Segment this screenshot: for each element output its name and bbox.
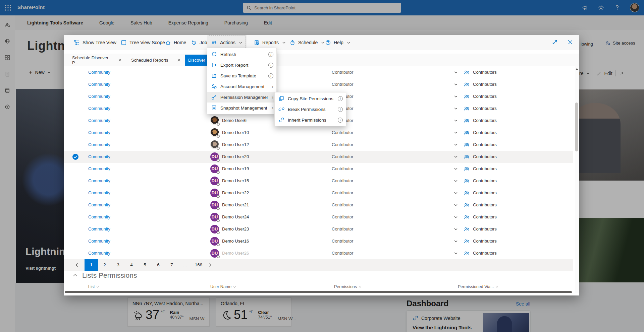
permissioned-via-group[interactable]: Contributors — [473, 151, 497, 163]
menu-item-export-report[interactable]: Export Report i — [207, 60, 276, 70]
table-row[interactable]: Community DU Demo User19 Contributor Con… — [64, 163, 573, 175]
chevron-down-icon[interactable] — [454, 82, 458, 86]
site-link[interactable]: Community — [88, 66, 110, 78]
menu-item-inherit-permissions[interactable]: Inherit Permissions i — [275, 115, 346, 125]
chevron-down-icon[interactable] — [454, 251, 458, 255]
close-tab-icon[interactable] — [118, 58, 122, 62]
info-icon[interactable]: i — [268, 73, 273, 78]
next-page-icon[interactable] — [208, 263, 213, 267]
permissioned-via-group[interactable]: Contributors — [473, 78, 497, 90]
page-number[interactable]: 5 — [138, 259, 152, 271]
table-row[interactable]: Community DU Demo User24 Contributor Con… — [64, 211, 573, 223]
permissioned-via-group[interactable]: Contributors — [473, 199, 497, 211]
menu-item-copy-site-permissions[interactable]: Copy Site Permissions i — [275, 93, 346, 104]
table-row[interactable]: Community DU Demo User15 Contributor Con… — [64, 175, 573, 187]
chevron-down-icon[interactable] — [454, 239, 458, 243]
chevron-down-icon[interactable] — [454, 94, 458, 98]
chevron-down-icon[interactable] — [454, 107, 458, 111]
table-row[interactable]: Community DU Demo User20 Contributor Con… — [64, 151, 573, 163]
menu-item-break-permissions[interactable]: Break Permissions i — [275, 104, 346, 115]
toolbar-show-tree-view[interactable]: Show Tree View — [74, 35, 116, 50]
page-number[interactable]: 1 — [85, 259, 98, 271]
column-header[interactable]: User Name — [210, 284, 236, 289]
chevron-down-icon[interactable] — [454, 191, 458, 195]
chevron-down-icon[interactable] — [454, 143, 458, 147]
toolbar-home[interactable]: Home — [165, 35, 186, 50]
info-icon[interactable]: i — [268, 63, 273, 68]
chevron-down-icon[interactable] — [454, 179, 458, 183]
column-header[interactable]: Permissioned Via... — [458, 284, 498, 289]
site-link[interactable]: Community — [88, 103, 110, 115]
toolbar-help[interactable]: Help — [325, 35, 351, 50]
site-link[interactable]: Community — [88, 90, 110, 103]
expand-dialog-icon[interactable] — [552, 39, 558, 45]
chevron-down-icon[interactable] — [454, 215, 458, 219]
chevron-down-icon[interactable] — [454, 203, 458, 207]
info-icon[interactable]: i — [268, 52, 273, 57]
menu-item-snapshot-management[interactable]: Snapshot Management › — [207, 103, 276, 113]
permissioned-via-group[interactable]: Contributors — [473, 223, 497, 235]
table-row[interactable]: Community DU Demo User23 Contributor Con… — [64, 223, 573, 235]
close-tab-icon[interactable] — [177, 58, 181, 62]
site-link[interactable]: Community — [88, 175, 110, 187]
site-link[interactable]: Community — [88, 127, 110, 139]
permissioned-via-group[interactable]: Contributors — [473, 115, 497, 127]
chevron-down-icon[interactable] — [454, 155, 458, 159]
menu-item-account-management[interactable]: Account Management › — [207, 81, 276, 92]
chevron-down-icon[interactable] — [454, 167, 458, 171]
site-link[interactable]: Community — [88, 187, 110, 199]
table-row[interactable]: Community DU Demo User22 Contributor Con… — [64, 187, 573, 199]
permissioned-via-group[interactable]: Contributors — [473, 163, 497, 175]
site-link[interactable]: Community — [88, 163, 110, 175]
permissioned-via-group[interactable]: Contributors — [473, 66, 497, 78]
chevron-down-icon[interactable] — [454, 131, 458, 135]
page-number[interactable]: 168 — [192, 259, 205, 271]
site-link[interactable]: Community — [88, 115, 110, 127]
menu-item-refresh[interactable]: Refresh i — [207, 49, 276, 60]
info-icon[interactable]: i — [338, 107, 343, 112]
site-link[interactable]: Community — [88, 247, 110, 259]
table-row[interactable]: Community DU Demo User16 Contributor Con… — [64, 235, 573, 247]
vertical-scrollbar-thumb[interactable] — [575, 103, 578, 151]
tab-scheduled-reports[interactable]: Scheduled Reports — [128, 55, 184, 66]
menu-item-permission-management[interactable]: Permission Management › — [207, 92, 276, 103]
chevron-down-icon[interactable] — [454, 227, 458, 231]
table-row[interactable]: Community Contributor Contributors — [64, 66, 573, 78]
info-icon[interactable]: i — [338, 96, 343, 101]
scroll-up-arrow[interactable] — [576, 68, 578, 70]
permissioned-via-group[interactable]: Contributors — [473, 139, 497, 151]
previous-page-icon[interactable] — [74, 263, 79, 267]
permissioned-via-group[interactable]: Contributors — [473, 187, 497, 199]
permissioned-via-group[interactable]: Contributors — [473, 90, 497, 103]
permissioned-via-group[interactable]: Contributors — [473, 103, 497, 115]
tab-schedule-discover[interactable]: Schedule Discover P... — [69, 55, 125, 66]
site-link[interactable]: Community — [88, 223, 110, 235]
site-link[interactable]: Community — [88, 235, 110, 247]
selected-check-icon[interactable] — [72, 154, 78, 160]
site-link[interactable]: Community — [88, 199, 110, 211]
site-link[interactable]: Community — [88, 151, 110, 163]
page-number[interactable]: 7 — [165, 259, 178, 271]
table-row[interactable]: Community DU Demo User21 Contributor Con… — [64, 199, 573, 211]
page-number[interactable]: 4 — [125, 259, 138, 271]
lists-permissions-header[interactable]: Lists Permissions — [73, 271, 137, 279]
table-row[interactable]: Community DU Demo User26 Contributor Con… — [64, 247, 573, 259]
menu-item-save-as-template[interactable]: Save as Template i — [207, 70, 276, 81]
table-row[interactable]: Community Contributor Contributors — [64, 78, 573, 90]
site-link[interactable]: Community — [88, 139, 110, 151]
close-dialog-icon[interactable] — [567, 39, 573, 45]
page-number[interactable]: 2 — [98, 259, 111, 271]
permissioned-via-group[interactable]: Contributors — [473, 235, 497, 247]
page-number[interactable]: 3 — [111, 259, 125, 271]
horizontal-scrollbar-thumb[interactable] — [65, 291, 572, 293]
toolbar-schedule[interactable]: Schedule — [289, 35, 325, 50]
chevron-down-icon[interactable] — [454, 119, 458, 123]
column-header[interactable]: Permissions — [334, 284, 362, 289]
permissioned-via-group[interactable]: Contributors — [473, 175, 497, 187]
info-icon[interactable]: i — [338, 118, 343, 123]
column-header[interactable]: List — [88, 284, 99, 289]
permissioned-via-group[interactable]: Contributors — [473, 247, 497, 259]
permissioned-via-group[interactable]: Contributors — [473, 211, 497, 223]
table-row[interactable]: Community Demo User10 Contributor Contri… — [64, 127, 573, 139]
vertical-scrollbar[interactable] — [575, 66, 579, 293]
